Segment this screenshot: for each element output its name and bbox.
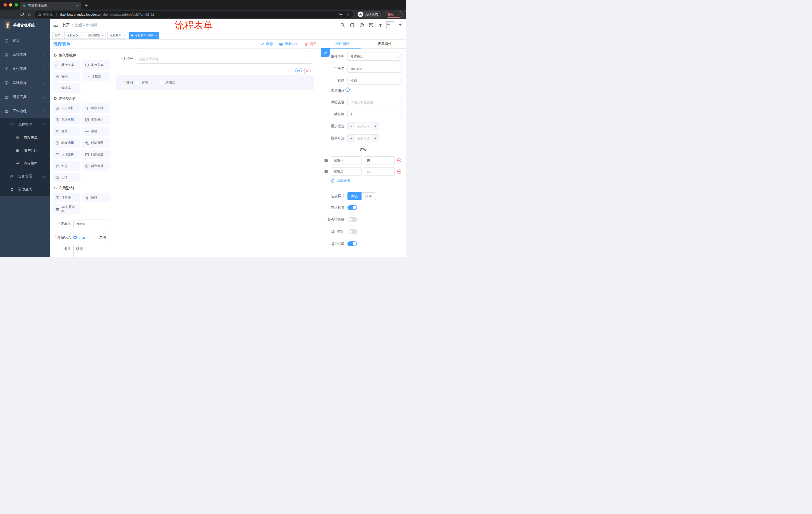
form-canvas[interactable]: 手机号 性别 选项一 选项二 — [113, 49, 321, 257]
decrease-button[interactable]: − — [348, 123, 355, 130]
sidebar-item-home[interactable]: 首页 — [0, 34, 50, 48]
new-tab-button[interactable]: + — [85, 3, 88, 8]
sidebar-item-process-management[interactable]: 流程管理 — [0, 118, 50, 131]
font-size-icon[interactable]: тT — [378, 23, 382, 27]
max-select-value[interactable]: 最多可选 — [355, 135, 372, 142]
palette-item-rate[interactable]: 评分 — [53, 161, 80, 171]
drag-handle-icon[interactable] — [324, 158, 328, 162]
caret-down-icon[interactable] — [399, 24, 402, 26]
browser-update-button[interactable]: 更新 ⋮ — [385, 11, 403, 18]
palette-item-counter[interactable]: 123计数器 — [82, 72, 110, 81]
palette-item-button[interactable]: 按钮 — [82, 193, 110, 202]
status-off-radio[interactable]: 关闭 — [94, 235, 106, 240]
palette-item-time-picker[interactable]: 时间选择 — [53, 138, 80, 147]
tag-home[interactable]: 首页 — [52, 32, 63, 39]
home-button[interactable]: ⌂ — [28, 12, 31, 17]
phone-field-input[interactable] — [136, 54, 312, 64]
default-value-input[interactable] — [347, 110, 402, 118]
palette-item-single-text[interactable]: 单行文本 — [53, 60, 80, 70]
tab-component-props[interactable]: 组件属性 — [321, 40, 364, 48]
field-name-input[interactable] — [347, 64, 402, 73]
sidebar-item-payment[interactable]: ¥ 支付管理 — [0, 62, 50, 76]
label-width-input[interactable] — [347, 98, 402, 106]
required-switch[interactable] — [347, 241, 357, 246]
minimize-window-button[interactable] — [9, 3, 12, 6]
increase-button[interactable]: + — [372, 135, 379, 142]
window-controls[interactable] — [3, 3, 18, 6]
palette-item-checkbox-group[interactable]: 多选框组 — [82, 115, 110, 125]
browser-menu-icon[interactable]: ⋮ — [397, 12, 400, 16]
disabled-switch[interactable] — [347, 229, 357, 234]
drag-handle-icon[interactable] — [324, 169, 328, 173]
palette-item-upload[interactable]: 上传 — [53, 173, 80, 182]
fullscreen-icon[interactable] — [369, 23, 373, 27]
link-chain-tab[interactable] — [321, 49, 330, 57]
forward-button[interactable]: → — [12, 12, 16, 17]
tag-process-def[interactable]: 流程定义× — [64, 32, 84, 39]
reload-button[interactable] — [20, 12, 24, 16]
palette-item-password[interactable]: 密码 — [53, 72, 80, 81]
help-icon[interactable] — [359, 23, 364, 27]
remark-textarea[interactable]: 嘿嘿 — [74, 245, 110, 257]
clear-button[interactable]: 清空 — [304, 42, 317, 46]
palette-item-table[interactable]: 表格[开发中] — [53, 205, 80, 214]
gender-option-2-checkbox[interactable]: 选项二 — [160, 80, 176, 85]
component-type-select[interactable] — [347, 53, 402, 61]
sidebar-item-infrastructure[interactable]: 基础设施 — [0, 76, 50, 90]
option-2-value-input[interactable] — [364, 167, 395, 175]
search-icon[interactable] — [341, 23, 345, 27]
tab-close-icon[interactable]: × — [76, 4, 78, 8]
sidebar-item-leave-query[interactable]: 请假查询 — [0, 183, 50, 196]
option-2-name-input[interactable] — [330, 167, 361, 175]
increase-button[interactable]: + — [372, 123, 379, 130]
title-input[interactable] — [347, 77, 402, 85]
palette-item-radio-group[interactable]: 单选框组 — [53, 115, 80, 125]
password-key-icon[interactable] — [339, 12, 343, 16]
palette-item-select[interactable]: 下拉选择 — [53, 103, 80, 113]
status-on-radio[interactable]: 开启 — [74, 235, 85, 240]
style-button-button[interactable]: 按钮 — [361, 192, 376, 200]
collapse-sidebar-icon[interactable] — [53, 23, 58, 28]
palette-item-slider[interactable]: 滑块 — [82, 127, 110, 136]
breadcrumb-home[interactable]: 首页 — [63, 23, 69, 27]
sidebar-item-workflow[interactable]: 工作流程 — [0, 104, 50, 118]
palette-item-row-container[interactable]: 行容器 — [53, 193, 80, 202]
delete-component-button[interactable] — [304, 67, 311, 74]
palette-item-cascader[interactable]: 级联选择 — [82, 103, 110, 113]
palette-item-textarea[interactable]: 多行文本 — [82, 60, 110, 70]
option-1-value-input[interactable] — [364, 156, 395, 164]
form-name-input[interactable] — [74, 219, 110, 228]
url-bar[interactable]: 不安全 dashboard.yudao.iocoder.cn/bpm/manag… — [35, 11, 353, 18]
remove-option-button[interactable] — [397, 169, 402, 174]
sidebar-item-process-form[interactable]: 流程表单 — [0, 131, 50, 144]
tag-process-form-edit[interactable]: 流程表单-编辑× — [129, 32, 160, 39]
close-window-button[interactable] — [3, 3, 7, 6]
slider-handle[interactable] — [345, 87, 350, 92]
option-1-name-input[interactable] — [330, 156, 361, 164]
sidebar-item-process-model[interactable]: 流程模型 — [0, 157, 50, 170]
palette-item-color-picker[interactable]: 颜色选择 — [82, 161, 110, 171]
sidebar-item-devtools[interactable]: 研发工具 — [0, 90, 50, 104]
remove-option-button[interactable] — [397, 158, 402, 163]
sidebar-item-user-group[interactable]: 用户分组 — [0, 144, 50, 157]
tab-form-props[interactable]: 表单属性 — [364, 40, 406, 48]
back-button[interactable]: ← — [3, 12, 8, 17]
bookmark-star-icon[interactable]: ☆ — [346, 12, 349, 17]
sidebar-item-system[interactable]: 系统管理 — [0, 48, 50, 62]
palette-item-editor[interactable]: 编辑器 — [53, 83, 80, 93]
sidebar-item-task-management[interactable]: 任务管理 — [0, 170, 50, 183]
avatar[interactable] — [386, 21, 394, 29]
security-chip[interactable]: 不安全 — [38, 12, 53, 17]
close-icon[interactable]: × — [80, 33, 82, 37]
browser-tab[interactable]: 芋道管理系统 × — [20, 2, 81, 9]
palette-item-switch[interactable]: 开关 — [53, 127, 80, 136]
min-select-value[interactable]: 至少应选 — [355, 123, 372, 130]
palette-item-time-range[interactable]: 时间范围 — [82, 138, 110, 147]
close-icon[interactable]: × — [102, 33, 104, 37]
palette-item-date-range[interactable]: 日期范围 — [82, 150, 110, 159]
palette-item-date-picker[interactable]: 日期选择 — [53, 150, 80, 159]
copy-component-button[interactable] — [295, 67, 302, 74]
tag-process-model[interactable]: 流程模型× — [86, 32, 106, 39]
maximize-window-button[interactable] — [14, 3, 18, 6]
style-default-button[interactable]: 默认 — [347, 192, 361, 200]
